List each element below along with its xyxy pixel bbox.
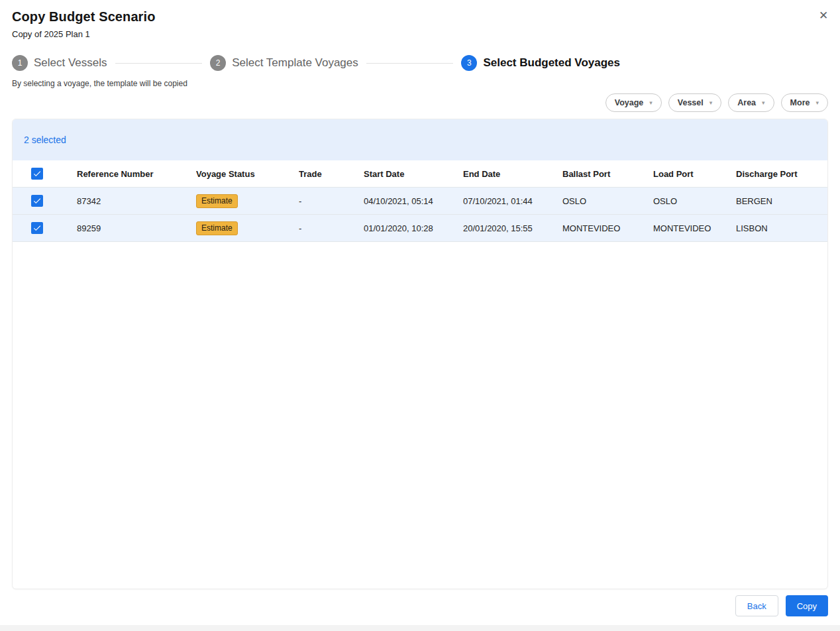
step-select-vessels[interactable]: 1 Select Vessels <box>12 55 107 71</box>
voyage-status-badge: Estimate <box>196 221 238 235</box>
step-2-label: Select Template Voyages <box>232 56 358 70</box>
voyage-filter-chip[interactable]: Voyage ▾ <box>605 93 662 112</box>
chevron-down-icon: ▾ <box>815 100 819 106</box>
dialog-header: Copy Budget Scenario Copy of 2025 Plan 1… <box>0 0 840 39</box>
area-filter-chip[interactable]: Area ▾ <box>728 93 774 112</box>
stepper-connector <box>366 63 454 64</box>
helper-text: By selecting a voyage, the template will… <box>12 79 828 88</box>
check-icon <box>32 196 42 205</box>
selection-count: 2 selected <box>24 135 66 145</box>
cell-end-date: 07/10/2021, 01:44 <box>463 196 562 206</box>
area-filter-label: Area <box>737 98 756 107</box>
cell-start-date: 01/01/2020, 10:28 <box>364 223 463 233</box>
page-bottom-strip <box>0 625 840 631</box>
table-header-row: Reference Number Voyage Status Trade Sta… <box>13 160 827 188</box>
voyage-status-badge: Estimate <box>196 194 238 208</box>
back-button[interactable]: Back <box>735 595 778 616</box>
close-icon[interactable]: ✕ <box>814 5 833 25</box>
column-header-trade: Trade <box>299 169 364 179</box>
dialog-subtitle: Copy of 2025 Plan 1 <box>12 29 828 39</box>
column-header-reference-number: Reference Number <box>77 169 196 179</box>
stepper: 1 Select Vessels 2 Select Template Voyag… <box>12 55 620 71</box>
chevron-down-icon: ▾ <box>709 100 713 106</box>
table-row[interactable]: 89259 Estimate - 01/01/2020, 10:28 20/01… <box>13 215 827 242</box>
step-select-template-voyages[interactable]: 2 Select Template Voyages <box>210 55 358 71</box>
more-filter-chip[interactable]: More ▾ <box>781 93 828 112</box>
step-2-circle: 2 <box>210 55 226 71</box>
chevron-down-icon: ▾ <box>762 100 765 106</box>
cell-trade: - <box>299 196 364 206</box>
select-all-checkbox[interactable] <box>31 168 43 180</box>
cell-end-date: 20/01/2020, 15:55 <box>463 223 562 233</box>
cell-trade: - <box>299 223 364 233</box>
voyage-filter-label: Voyage <box>615 98 644 107</box>
column-header-start-date: Start Date <box>364 169 463 179</box>
cell-ballast-port: MONTEVIDEO <box>562 223 653 233</box>
step-3-circle: 3 <box>461 55 477 71</box>
step-1-label: Select Vessels <box>34 56 107 70</box>
vessel-filter-label: Vessel <box>678 98 704 107</box>
cell-reference-number: 87342 <box>77 196 196 206</box>
cell-discharge-port: LISBON <box>736 223 827 233</box>
row-checkbox[interactable] <box>31 222 43 234</box>
cell-discharge-port: BERGEN <box>736 196 827 206</box>
check-icon <box>32 223 42 233</box>
column-header-load-port: Load Port <box>653 169 736 179</box>
step-1-circle: 1 <box>12 55 28 71</box>
step-3-label: Select Budgeted Voyages <box>483 56 620 70</box>
check-icon <box>32 169 42 178</box>
column-header-end-date: End Date <box>463 169 562 179</box>
column-header-ballast-port: Ballast Port <box>562 169 653 179</box>
chevron-down-icon: ▾ <box>649 100 653 106</box>
column-header-voyage-status: Voyage Status <box>196 169 299 179</box>
copy-button[interactable]: Copy <box>786 595 828 616</box>
cell-load-port: MONTEVIDEO <box>653 223 736 233</box>
more-filter-label: More <box>790 98 810 107</box>
step-select-budgeted-voyages[interactable]: 3 Select Budgeted Voyages <box>461 55 620 71</box>
cell-start-date: 04/10/2021, 05:14 <box>364 196 463 206</box>
cell-load-port: OSLO <box>653 196 736 206</box>
cell-reference-number: 89259 <box>77 223 196 233</box>
table-row[interactable]: 87342 Estimate - 04/10/2021, 05:14 07/10… <box>13 188 827 215</box>
cell-ballast-port: OSLO <box>562 196 653 206</box>
row-checkbox[interactable] <box>31 195 43 207</box>
dialog-footer: Back Copy <box>12 595 828 616</box>
voyages-table-panel: 2 selected Reference Number Voyage Statu… <box>12 119 828 589</box>
page-title: Copy Budget Scenario <box>12 9 828 25</box>
copy-budget-scenario-dialog: Copy Budget Scenario Copy of 2025 Plan 1… <box>0 0 840 616</box>
stepper-connector <box>115 63 203 64</box>
vessel-filter-chip[interactable]: Vessel ▾ <box>668 93 721 112</box>
selection-bar: 2 selected <box>13 119 827 160</box>
filter-bar: Voyage ▾ Vessel ▾ Area ▾ More ▾ <box>12 93 828 112</box>
column-header-discharge-port: Discharge Port <box>736 169 827 179</box>
